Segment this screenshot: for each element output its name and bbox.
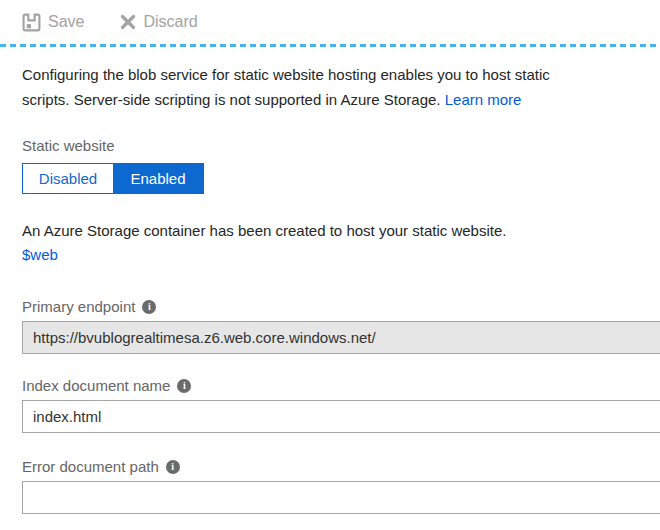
error-document-field[interactable]	[22, 481, 660, 514]
static-website-blade: Configuring the blob service for static …	[0, 62, 660, 514]
index-document-label-row: Index document name i	[22, 377, 660, 394]
error-document-label-row: Error document path i	[22, 458, 660, 475]
discard-x-icon	[120, 14, 136, 30]
discard-button-label: Discard	[143, 13, 197, 31]
command-bar: Save Discard	[0, 0, 660, 44]
description-text: Configuring the blob service for static …	[22, 62, 660, 112]
toggle-enabled-button[interactable]: Enabled	[113, 164, 203, 193]
dashed-separator	[0, 44, 660, 47]
description-line-2-text: scripts. Server-side scripting is not su…	[22, 91, 441, 108]
primary-endpoint-label: Primary endpoint	[22, 298, 135, 315]
save-button[interactable]: Save	[22, 13, 84, 32]
primary-endpoint-label-row: Primary endpoint i	[22, 298, 660, 315]
discard-button[interactable]: Discard	[120, 13, 197, 31]
static-website-label: Static website	[22, 137, 660, 154]
info-icon[interactable]: i	[142, 300, 156, 314]
container-note-text: An Azure Storage container has been crea…	[22, 219, 660, 243]
save-button-label: Save	[48, 13, 84, 31]
save-icon	[22, 13, 41, 32]
learn-more-link[interactable]: Learn more	[445, 91, 522, 108]
description-line-1: Configuring the blob service for static …	[22, 62, 660, 87]
index-document-field[interactable]	[22, 400, 660, 433]
info-icon[interactable]: i	[177, 379, 191, 393]
info-icon[interactable]: i	[166, 460, 180, 474]
index-document-label: Index document name	[22, 377, 170, 394]
container-note: An Azure Storage container has been crea…	[22, 219, 660, 267]
error-document-label: Error document path	[22, 458, 159, 475]
static-website-toggle: Disabled Enabled	[22, 163, 204, 194]
web-container-link[interactable]: $web	[22, 246, 58, 263]
toggle-disabled-button[interactable]: Disabled	[23, 164, 113, 193]
description-line-2: scripts. Server-side scripting is not su…	[22, 87, 660, 112]
primary-endpoint-field	[22, 321, 660, 354]
